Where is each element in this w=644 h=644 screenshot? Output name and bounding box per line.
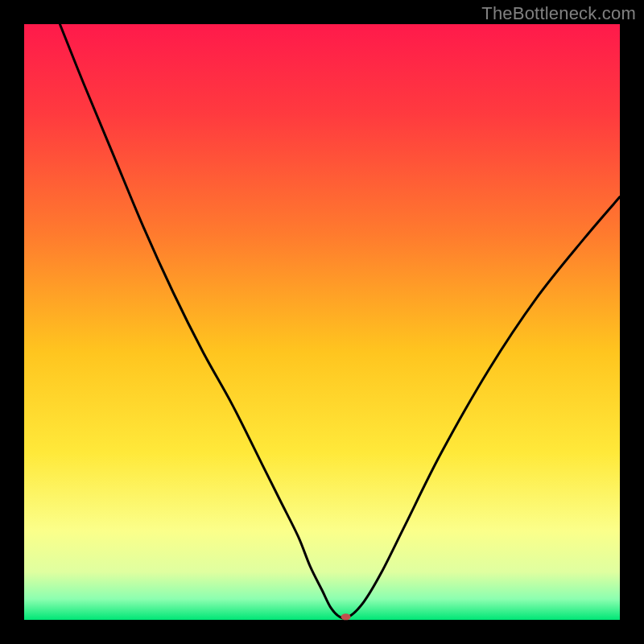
bottleneck-chart	[0, 0, 644, 644]
chart-container: TheBottleneck.com	[0, 0, 644, 644]
chart-plot-area	[24, 24, 620, 620]
optimum-marker	[341, 613, 351, 620]
watermark-text: TheBottleneck.com	[481, 3, 636, 24]
